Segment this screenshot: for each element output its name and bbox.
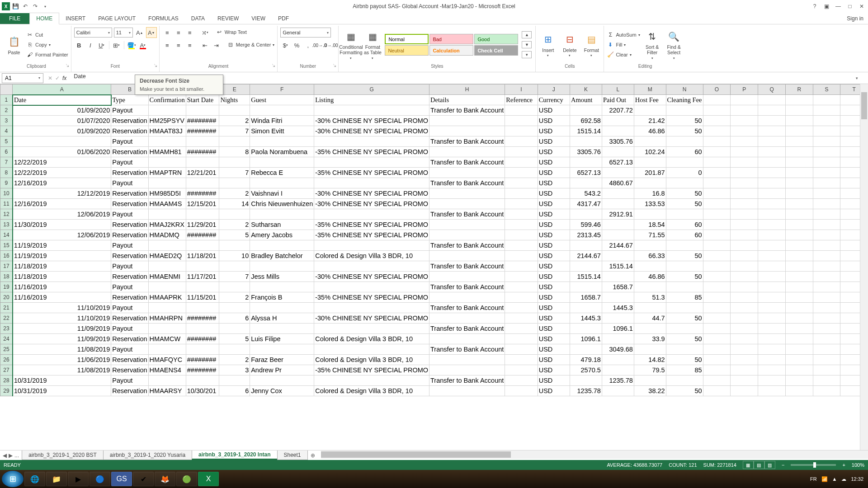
cell-K8[interactable]: 6527.13 [570,168,602,178]
col-header-G[interactable]: G [314,84,429,95]
cell-B11[interactable]: Reservation [111,199,148,209]
cell-S19[interactable] [813,282,840,292]
row-header-20[interactable]: 20 [0,292,13,303]
row-header-28[interactable]: 28 [0,375,13,386]
cell-R21[interactable] [786,303,813,313]
cell-G18[interactable]: -30% CHINESE NY SPECIAL PROMO [314,272,429,282]
page-layout-view-icon[interactable]: ▤ [754,461,764,469]
cell-R7[interactable] [786,157,813,168]
cell-Q26[interactable] [758,355,786,365]
row-header-13[interactable]: 13 [0,220,13,230]
cell-H19[interactable]: Transfer to Bank Account [429,282,505,292]
cell-E1[interactable]: Nights [219,95,250,105]
cell-M18[interactable]: 46.86 [634,272,666,282]
cell-D2[interactable] [186,105,219,116]
tab-view[interactable]: VIEW [245,13,272,24]
cell-D3[interactable]: ######## [186,116,219,126]
cell-G16[interactable]: Colored & Design Villa 3 BDR, 10 [314,251,429,261]
cell-H10[interactable] [429,188,505,199]
style-bad[interactable]: Bad [429,34,473,44]
cell-H21[interactable]: Transfer to Bank Account [429,303,505,313]
cell-S29[interactable] [813,386,840,396]
view-buttons[interactable]: ▦▤▥ [743,461,775,469]
cell-C25[interactable] [148,344,186,355]
cell-F8[interactable]: Rebecca E [250,168,314,178]
cell-E4[interactable]: 7 [219,126,250,136]
cell-P4[interactable] [731,126,758,136]
cell-M16[interactable]: 66.33 [634,251,666,261]
taskbar-media-icon[interactable]: ▶ [68,472,89,486]
cell-L20[interactable] [602,292,634,303]
cell-B15[interactable]: Payout [111,240,148,251]
cell-A26[interactable]: 11/06/2019 [13,355,111,365]
cell-M9[interactable] [634,178,666,188]
styles-scroll-up-icon[interactable]: ▲ [522,31,532,38]
cell-L11[interactable] [602,199,634,209]
cell-F29[interactable]: Jenny Cox [250,386,314,396]
normal-view-icon[interactable]: ▦ [743,461,754,469]
cell-A9[interactable]: 12/16/2019 [13,178,111,188]
cell-M23[interactable] [634,324,666,334]
cell-K26[interactable]: 479.18 [570,355,602,365]
cell-R24[interactable] [786,334,813,344]
cell-J2[interactable]: USD [538,105,570,116]
cell-F20[interactable]: François B [250,292,314,303]
cell-J8[interactable]: USD [538,168,570,178]
cell-L10[interactable] [602,188,634,199]
cell-P2[interactable] [731,105,758,116]
cell-D7[interactable] [186,157,219,168]
cell-C7[interactable] [148,157,186,168]
cell-I21[interactable] [505,303,538,313]
cell-K24[interactable]: 1096.1 [570,334,602,344]
cell-M11[interactable]: 133.53 [634,199,666,209]
cell-S11[interactable] [813,199,840,209]
cell-E25[interactable] [219,344,250,355]
styles-more-icon[interactable]: ▾ [522,51,532,58]
cell-P1[interactable] [731,95,758,105]
cell-A14[interactable]: 12/06/2019 [13,230,111,240]
cell-P15[interactable] [731,240,758,251]
horizontal-scrollbar[interactable] [321,450,868,459]
cell-J15[interactable]: USD [538,240,570,251]
cell-S4[interactable] [813,126,840,136]
cell-S27[interactable] [813,365,840,375]
cell-L4[interactable] [602,126,634,136]
cell-C11[interactable]: HMAAM4S [148,199,186,209]
cell-F2[interactable] [250,105,314,116]
cell-J28[interactable]: USD [538,375,570,386]
cell-D4[interactable]: ######## [186,126,219,136]
cell-B27[interactable]: Reservation [111,365,148,375]
cell-F12[interactable] [250,209,314,220]
row-header-27[interactable]: 27 [0,365,13,375]
border-icon[interactable]: ⊞▾ [112,40,122,50]
col-header-I[interactable]: I [505,84,538,95]
cell-L23[interactable]: 1096.1 [602,324,634,334]
cell-G7[interactable] [314,157,429,168]
align-top-icon[interactable]: ≡ [162,28,172,38]
cell-A16[interactable]: 11/19/2019 [13,251,111,261]
cell-G14[interactable]: -35% CHINESE NY SPECIAL PROMO [314,230,429,240]
cell-C12[interactable] [148,209,186,220]
cell-N6[interactable]: 60 [666,147,703,157]
cell-A5[interactable] [13,136,111,147]
cell-E10[interactable]: 2 [219,188,250,199]
cell-D5[interactable] [186,136,219,147]
cell-L5[interactable]: 3305.76 [602,136,634,147]
cell-S26[interactable] [813,355,840,365]
cell-E18[interactable]: 7 [219,272,250,282]
cell-E11[interactable]: 14 [219,199,250,209]
comma-icon[interactable]: , [303,40,313,50]
cell-J12[interactable]: USD [538,209,570,220]
cell-L9[interactable]: 4860.67 [602,178,634,188]
cell-D1[interactable]: Start Date [186,95,219,105]
cell-K22[interactable]: 1445.3 [570,313,602,324]
cell-R5[interactable] [786,136,813,147]
cell-K6[interactable]: 3305.76 [570,147,602,157]
cell-B19[interactable]: Payout [111,282,148,292]
cell-I15[interactable] [505,240,538,251]
cell-J9[interactable]: USD [538,178,570,188]
cell-C2[interactable] [148,105,186,116]
cell-P6[interactable] [731,147,758,157]
cell-N24[interactable]: 50 [666,334,703,344]
row-header-17[interactable]: 17 [0,261,13,272]
